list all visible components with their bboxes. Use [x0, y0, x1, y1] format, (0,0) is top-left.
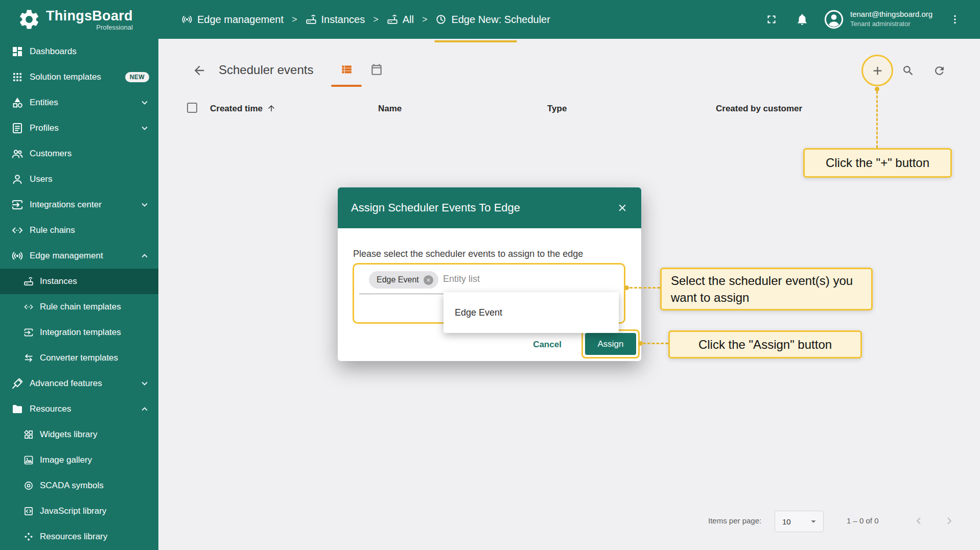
sidebar-item-profiles[interactable]: Profiles	[0, 115, 158, 141]
sidebar-item-rule-chain-templates[interactable]: Rule chain templates	[0, 294, 158, 320]
entities-icon	[11, 97, 24, 109]
breadcrumb-label: Instances	[321, 14, 365, 26]
bell-icon[interactable]	[796, 13, 809, 26]
dropdown-arrow-icon	[808, 516, 819, 527]
breadcrumb-separator: >	[373, 14, 379, 25]
widgets-library-icon	[24, 429, 34, 440]
new-badge: NEW	[125, 72, 149, 82]
instances-icon	[24, 276, 34, 286]
calendar-view-icon[interactable]	[370, 63, 383, 76]
sidebar-item-label: Customers	[30, 149, 72, 159]
sidebar-item-users[interactable]: Users	[0, 166, 158, 192]
sidebar: Dashboards Solution templates NEW Entiti…	[0, 39, 158, 550]
sidebar-item-edge-management[interactable]: Edge management	[0, 243, 158, 269]
entity-dropdown-panel: Edge Event	[444, 292, 619, 333]
sidebar-item-scada-symbols[interactable]: SCADA symbols	[0, 473, 158, 498]
entity-list-input[interactable]	[442, 273, 554, 285]
sidebar-item-instances[interactable]: Instances	[0, 269, 158, 294]
solution-templates-icon	[11, 71, 24, 83]
sidebar-item-label: Edge management	[30, 251, 103, 261]
sidebar-item-entities[interactable]: Entities	[0, 90, 158, 115]
list-view-icon[interactable]	[340, 63, 353, 76]
sidebar-item-image-gallery[interactable]: Image gallery	[0, 447, 158, 473]
chip-label: Edge Event	[377, 275, 419, 284]
select-all-checkbox[interactable]	[187, 103, 197, 113]
breadcrumb-item-all[interactable]: All	[387, 14, 414, 26]
breadcrumb-item-edge-new-scheduler[interactable]: Edge New: Scheduler	[435, 14, 550, 26]
connector-line-plus	[876, 91, 878, 148]
sidebar-item-customers[interactable]: Customers	[0, 141, 158, 166]
breadcrumb-label: Edge New: Scheduler	[451, 14, 550, 26]
sidebar-item-rule-chains[interactable]: Rule chains	[0, 218, 158, 243]
cancel-button[interactable]: Cancel	[523, 337, 572, 353]
chevron-up-icon	[139, 250, 150, 261]
sort-ascending-icon[interactable]	[267, 104, 276, 113]
selected-entity-chip[interactable]: Edge Event	[369, 271, 438, 289]
kebab-menu-icon[interactable]	[949, 14, 961, 25]
sidebar-item-label: Image gallery	[40, 455, 92, 465]
sidebar-item-label: SCADA symbols	[40, 481, 104, 491]
sidebar-item-solution-templates[interactable]: Solution templates NEW	[0, 64, 158, 90]
tutorial-highlight-plus	[861, 55, 893, 86]
user-email: tenant@thingsboard.org	[850, 9, 932, 19]
sidebar-item-javascript-library[interactable]: JavaScript library	[0, 498, 158, 524]
active-view-underline	[331, 85, 362, 87]
items-per-page-select[interactable]: 10	[775, 511, 824, 532]
brand-subtitle: Professional	[96, 23, 133, 31]
sidebar-item-converter-templates[interactable]: Converter templates	[0, 345, 158, 371]
next-page-icon[interactable]	[943, 514, 956, 528]
back-arrow-icon[interactable]	[192, 63, 206, 78]
customers-icon	[11, 148, 24, 160]
column-header-name[interactable]: Name	[378, 104, 402, 114]
rule-chain-templates-icon	[24, 302, 34, 312]
dropdown-option-edge-event[interactable]: Edge Event	[455, 307, 502, 318]
sidebar-item-integration-templates[interactable]: Integration templates	[0, 320, 158, 345]
sidebar-item-label: Dashboards	[30, 46, 77, 57]
chevron-down-icon	[139, 378, 150, 389]
sidebar-item-widgets-library[interactable]: Widgets library	[0, 422, 158, 447]
users-icon	[11, 173, 24, 185]
column-header-created-time[interactable]: Created time	[210, 104, 263, 114]
gear-icon	[17, 8, 41, 31]
sidebar-item-label: Solution templates	[30, 72, 101, 82]
brand-name: ThingsBoard	[46, 8, 133, 24]
chevron-down-icon	[139, 97, 150, 108]
top-header: ThingsBoard Professional Edge management…	[0, 0, 980, 39]
fullscreen-icon[interactable]	[765, 13, 778, 26]
callout-select-events: Select the scheduler event(s) you want t…	[660, 268, 873, 310]
app-root: ThingsBoard Professional Edge management…	[0, 0, 980, 550]
items-per-page-label: Items per page:	[708, 516, 761, 525]
connector-dot-select	[624, 285, 629, 290]
sidebar-item-label: Rule chains	[30, 225, 75, 235]
sidebar-item-label: Rule chain templates	[40, 302, 121, 312]
avatar-icon[interactable]	[824, 9, 844, 30]
breadcrumb-item-edge-management[interactable]: Edge management	[181, 14, 284, 26]
converter-templates-icon	[24, 353, 34, 363]
chip-remove-icon[interactable]	[424, 275, 433, 285]
sidebar-item-label: Advanced features	[30, 378, 102, 389]
resources-icon	[11, 403, 24, 415]
sidebar-item-advanced-features[interactable]: Advanced features	[0, 371, 158, 396]
close-icon[interactable]	[617, 202, 628, 213]
chevron-down-icon	[139, 123, 150, 134]
sidebar-item-label: Profiles	[30, 123, 59, 133]
column-header-created-by-customer[interactable]: Created by customer	[716, 104, 802, 114]
sidebar-item-label: Converter templates	[40, 353, 118, 363]
previous-page-icon[interactable]	[912, 514, 925, 528]
sidebar-item-resources[interactable]: Resources	[0, 396, 158, 422]
sidebar-item-label: JavaScript library	[40, 506, 106, 516]
dashboards-icon	[11, 45, 24, 58]
callout-plus-button: Click the "+" button	[803, 148, 952, 178]
sidebar-item-integrations-center[interactable]: Integrations center	[0, 192, 158, 218]
column-header-type[interactable]: Type	[547, 104, 567, 114]
sidebar-item-dashboards[interactable]: Dashboards	[0, 39, 158, 64]
user-info[interactable]: tenant@thingsboard.org Tenant administra…	[850, 9, 932, 29]
rule-chains-icon	[11, 224, 24, 236]
sidebar-item-label: Instances	[40, 276, 77, 286]
breadcrumb-item-instances[interactable]: Instances	[306, 14, 365, 26]
sidebar-item-resources-library[interactable]: Resources library	[0, 524, 158, 549]
refresh-icon[interactable]	[933, 64, 946, 77]
search-icon[interactable]	[902, 64, 915, 77]
dialog-prompt: Please select the scheduler events to as…	[353, 249, 583, 259]
plus-icon[interactable]	[871, 64, 884, 78]
